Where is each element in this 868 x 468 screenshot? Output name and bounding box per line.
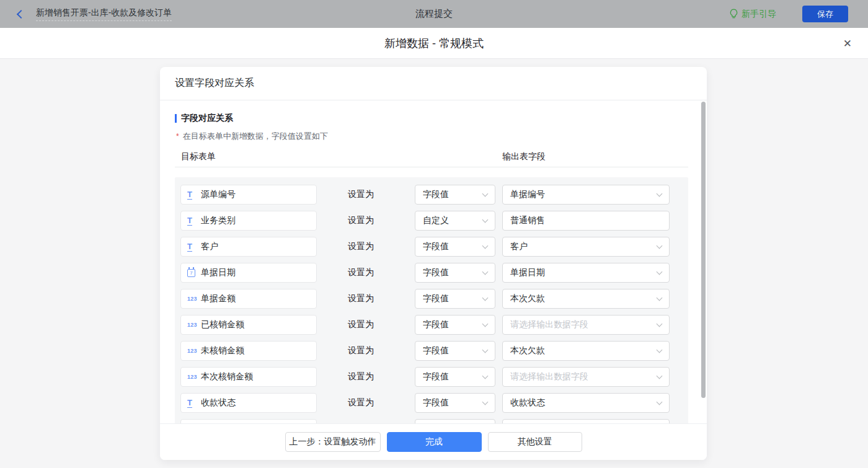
- value-mode-dropdown[interactable]: 字段值: [415, 341, 495, 361]
- chevron-down-icon: [657, 399, 663, 405]
- chevron-down-icon: [482, 268, 489, 275]
- other-settings-button[interactable]: 其他设置: [488, 432, 582, 452]
- target-field-box[interactable]: 123 已核销金额: [180, 315, 317, 335]
- target-field-label: 未核销金额: [201, 345, 244, 356]
- value-mode-dropdown[interactable]: 字段值: [415, 185, 495, 205]
- value-mode-selected: 字段值: [423, 241, 449, 252]
- field-type-icon: 123: [187, 374, 201, 380]
- field-type-icon: 123: [187, 348, 201, 354]
- output-field-dropdown[interactable]: 本次欠款: [502, 341, 670, 361]
- value-mode-dropdown[interactable]: 字段值: [415, 393, 495, 413]
- output-field-dropdown[interactable]: 单据日期: [502, 263, 670, 283]
- section-description: * 在目标表单中新增数据，字段值设置如下: [176, 131, 707, 141]
- beginner-guide-link[interactable]: 新手引导: [729, 9, 776, 20]
- value-mode-dropdown[interactable]: 字段值: [415, 263, 495, 283]
- flow-title[interactable]: 新增销售开票-出库-收款及修改订单: [36, 7, 172, 21]
- description-text: 在目标表单中新增数据，字段值设置如下: [183, 131, 328, 142]
- value-mode-selected: 自定义: [423, 215, 449, 226]
- output-field-dropdown[interactable]: [502, 419, 670, 423]
- mapping-row: T 业务类别 设置为 自定义 普通销售: [180, 211, 688, 231]
- mapping-row: 123 单据金额 设置为 字段值 本次欠款: [180, 289, 688, 309]
- target-field-box[interactable]: T 业务类别: [180, 211, 317, 231]
- target-field-label: 单据金额: [201, 293, 236, 304]
- chevron-down-icon: [657, 373, 663, 379]
- modal-body: 设置字段对应关系 字段对应关系 * 在目标表单中新增数据，字段值设置如下 目标表…: [0, 59, 868, 468]
- value-mode-dropdown[interactable]: 字段值: [415, 367, 495, 387]
- column-header-output: 输出表字段: [502, 151, 546, 162]
- output-field-value: 普通销售: [510, 215, 545, 226]
- chevron-down-icon: [482, 242, 489, 249]
- target-field-box[interactable]: 123 未核销金额: [180, 341, 317, 361]
- lightbulb-icon: [729, 9, 738, 19]
- column-divider: [175, 167, 688, 167]
- mapping-row: 123 已核销金额 设置为 字段值 请选择输出数据字段: [180, 315, 688, 335]
- value-mode-dropdown[interactable]: [415, 419, 495, 423]
- top-navbar: 新增销售开票-出库-收款及修改订单 流程提交 新手引导 保存: [0, 0, 868, 28]
- field-type-icon: T: [187, 242, 201, 252]
- back-button[interactable]: [15, 8, 27, 20]
- output-field-dropdown[interactable]: 本次欠款: [502, 289, 670, 309]
- value-mode-dropdown[interactable]: 自定义: [415, 211, 495, 231]
- column-header-target: 目标表单: [181, 151, 216, 162]
- output-field-value: 收款状态: [510, 397, 545, 408]
- card-header-title: 设置字段对应关系: [160, 67, 707, 100]
- target-field-label: 收款状态: [201, 397, 236, 408]
- target-field-box[interactable]: T 客户: [180, 237, 317, 257]
- output-field-input[interactable]: 普通销售: [502, 211, 670, 231]
- chevron-down-icon: [657, 190, 663, 196]
- save-button[interactable]: 保存: [802, 6, 848, 22]
- target-field-label: 客户: [201, 241, 218, 252]
- output-field-value: 单据日期: [510, 267, 545, 278]
- target-field-box[interactable]: T 收款状态: [180, 393, 317, 413]
- target-field-label: 本次核销金额: [201, 371, 253, 382]
- output-field-dropdown[interactable]: 收款状态: [502, 393, 670, 413]
- close-icon[interactable]: ✕: [843, 38, 852, 48]
- set-as-label: 设置为: [348, 215, 374, 226]
- mapping-row: [180, 419, 688, 423]
- chevron-down-icon: [482, 294, 489, 301]
- modal-scrollbar-thumb[interactable]: [701, 102, 706, 398]
- target-field-box[interactable]: [180, 419, 317, 423]
- prev-step-button[interactable]: 上一步：设置触发动作: [285, 432, 381, 452]
- value-mode-dropdown[interactable]: 字段值: [415, 237, 495, 257]
- mapping-row: T 源单编号 设置为 字段值 单据编号: [180, 185, 688, 205]
- field-type-icon: T: [187, 216, 201, 226]
- target-field-box[interactable]: 123 本次核销金额: [180, 367, 317, 387]
- field-type-icon: T: [187, 399, 201, 408]
- value-mode-selected: 字段值: [423, 293, 449, 304]
- output-field-value: 本次欠款: [510, 345, 545, 356]
- target-field-label: 单据日期: [201, 267, 236, 278]
- card-footer: 上一步：设置触发动作 完成 其他设置: [160, 423, 707, 460]
- target-field-label: 业务类别: [201, 215, 236, 226]
- finish-button[interactable]: 完成: [387, 432, 482, 452]
- value-mode-dropdown[interactable]: 字段值: [415, 289, 495, 309]
- mapping-row: 123 本次核销金额 设置为 字段值 请选择输出数据字段: [180, 367, 688, 387]
- set-as-label: 设置为: [348, 397, 374, 408]
- output-field-value: 单据编号: [510, 189, 545, 200]
- chevron-down-icon: [482, 399, 489, 405]
- output-field-dropdown[interactable]: 单据编号: [502, 185, 670, 205]
- value-mode-selected: 字段值: [423, 397, 449, 408]
- target-field-box[interactable]: T 源单编号: [180, 185, 317, 205]
- output-field-dropdown[interactable]: 请选择输出数据字段: [502, 367, 670, 387]
- mapping-row: T 客户 设置为 字段值 客户: [180, 237, 688, 257]
- value-mode-dropdown[interactable]: 字段值: [415, 315, 495, 335]
- set-as-label: 设置为: [348, 319, 374, 330]
- chevron-down-icon: [482, 347, 489, 353]
- value-mode-selected: 字段值: [423, 267, 449, 278]
- target-field-box[interactable]: 123 单据金额: [180, 289, 317, 309]
- mapping-rows-panel: T 源单编号 设置为 字段值 单据编号 T 业务类别 设置为 自定义 普通销售 …: [175, 177, 688, 423]
- field-type-icon: 123: [187, 322, 201, 328]
- mapping-row: 7 单据日期 设置为 字段值 单据日期: [180, 263, 688, 283]
- card-scroll-area: 字段对应关系 * 在目标表单中新增数据，字段值设置如下 目标表单 输出表字段 T…: [160, 100, 707, 423]
- target-field-box[interactable]: 7 单据日期: [180, 263, 317, 283]
- field-type-icon: 7: [187, 269, 201, 277]
- set-as-label: 设置为: [348, 189, 374, 200]
- mapping-row: 123 未核销金额 设置为 字段值 本次欠款: [180, 341, 688, 361]
- set-as-label: 设置为: [348, 267, 374, 278]
- target-field-label: 已核销金额: [201, 319, 244, 330]
- output-field-dropdown[interactable]: 客户: [502, 237, 670, 257]
- chevron-down-icon: [657, 347, 663, 353]
- output-field-dropdown[interactable]: 请选择输出数据字段: [502, 315, 670, 335]
- value-mode-selected: 字段值: [423, 319, 449, 330]
